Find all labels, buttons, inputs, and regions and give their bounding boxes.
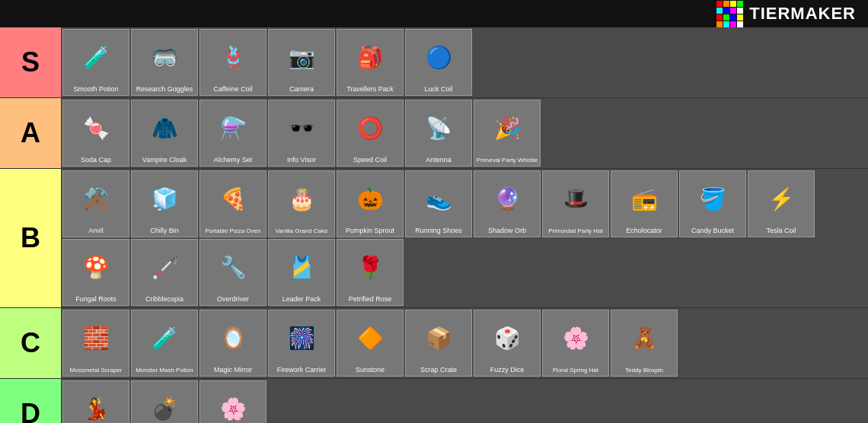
logo-cell-1 <box>723 1 729 7</box>
list-item[interactable]: 🔵Luck Coil <box>405 29 472 96</box>
tiers-container: S🧪Smooth Potion🥽Research Goggles🪢Caffein… <box>0 27 868 423</box>
list-item[interactable]: 🌸Floral Spring Hat <box>542 310 609 377</box>
item-icon: 🧸 <box>611 313 677 362</box>
item-icon: 🎃 <box>337 174 403 223</box>
list-item[interactable]: 📦Scrap Crate <box>405 310 472 377</box>
tier-items-d: 💃Dance Potion💣Boogie Bomb🌸Whoopie Cushio… <box>61 379 868 423</box>
item-icon: 🌹 <box>337 243 403 291</box>
list-item[interactable]: 🔮Shadow Orb <box>474 170 541 237</box>
item-icon: ⚗️ <box>200 103 266 152</box>
list-item[interactable]: 🎃Pumpkin Sprout <box>337 170 404 237</box>
logo: TIERMAKER <box>716 1 856 27</box>
item-icon: 🔵 <box>406 33 471 81</box>
item-label: Mossmetal Scraper <box>63 367 129 374</box>
list-item[interactable]: 🎆Firework Carrier <box>268 310 335 377</box>
item-label: Luck Coil <box>406 86 471 94</box>
item-label: Chilly Bin <box>132 227 197 235</box>
list-item[interactable]: 🎒Travellers Pack <box>337 29 404 96</box>
list-item[interactable]: ⚡Tesla Coil <box>748 170 815 237</box>
item-icon: 🎆 <box>269 313 334 362</box>
item-label: Monster Mash Potion <box>132 367 197 374</box>
list-item[interactable]: 📡Antenna <box>405 100 472 167</box>
list-item[interactable]: 🎽Leader Pack <box>268 239 335 306</box>
tiermaker-app: TIERMAKER S🧪Smooth Potion🥽Research Goggl… <box>0 0 868 423</box>
tier-label-b: B <box>0 169 61 307</box>
item-icon: ⚒️ <box>63 174 129 223</box>
item-label: Overdriver <box>200 296 266 304</box>
list-item[interactable]: ⚗️Alchemy Set <box>199 100 266 167</box>
logo-cell-15 <box>737 21 743 27</box>
item-icon: 🎉 <box>474 103 540 152</box>
list-item[interactable]: 🕶️Info Visor <box>268 100 335 167</box>
list-item[interactable]: 🎉Primeval Party Whistle <box>474 100 541 167</box>
list-item[interactable]: 🔶Sunstone <box>337 310 404 377</box>
item-label: Shadow Orb <box>474 227 540 235</box>
list-item[interactable]: 🔧Overdriver <box>199 239 266 306</box>
item-label: Portable Pizza Oven <box>200 228 266 235</box>
item-icon: 🧪 <box>132 313 197 362</box>
item-label: Info Visor <box>269 157 334 164</box>
logo-cell-11 <box>737 14 743 21</box>
list-item[interactable]: 🧪Smooth Potion <box>62 29 129 96</box>
list-item[interactable]: 🦯Cribblecopia <box>131 239 198 306</box>
item-icon: 🌸 <box>543 313 608 362</box>
list-item[interactable]: 🧪Monster Mash Potion <box>131 310 198 377</box>
list-item[interactable]: 🎲Fuzzy Dice <box>474 310 541 377</box>
list-item[interactable]: ⚒️Anvil <box>62 170 129 237</box>
list-item[interactable]: 🪢Caffeine Coil <box>199 29 266 96</box>
list-item[interactable]: 💣Boogie Bomb <box>131 380 198 423</box>
item-label: Echolocator <box>611 227 677 235</box>
tier-label-d: D <box>0 379 61 423</box>
item-label: Firework Carrier <box>269 367 334 374</box>
item-icon: 🎩 <box>543 174 608 223</box>
list-item[interactable]: 🌸Whoopie Cushion <box>199 380 266 423</box>
item-label: Soda Cap <box>63 157 129 164</box>
item-label: Vanilla Grand Cake <box>269 228 334 235</box>
item-label: Smooth Potion <box>63 86 129 94</box>
item-label: Teddy Bloxpin <box>611 367 677 374</box>
item-label: Primordial Party Hat <box>543 228 608 235</box>
tier-items-s: 🧪Smooth Potion🥽Research Goggles🪢Caffeine… <box>61 27 868 97</box>
tier-label-c: C <box>0 308 61 378</box>
list-item[interactable]: 🍕Portable Pizza Oven <box>199 170 266 237</box>
item-label: Speed Coil <box>337 157 403 164</box>
list-item[interactable]: ⭕Speed Coil <box>337 100 404 167</box>
logo-cell-0 <box>716 1 723 7</box>
item-icon: 🎲 <box>474 313 540 362</box>
list-item[interactable]: 🥽Research Goggles <box>131 29 198 96</box>
item-label: Fuzzy Dice <box>474 367 540 374</box>
list-item[interactable]: 🎂Vanilla Grand Cake <box>268 170 335 237</box>
item-icon: 🪞 <box>200 313 266 362</box>
list-item[interactable]: 🧱Mossmetal Scraper <box>62 310 129 377</box>
list-item[interactable]: 📷Camera <box>268 29 335 96</box>
list-item[interactable]: 👟Running Shoes <box>405 170 472 237</box>
list-item[interactable]: 🍬Soda Cap <box>62 100 129 167</box>
item-icon: 🥽 <box>132 33 197 81</box>
list-item[interactable]: 🪞Magic Mirror <box>199 310 266 377</box>
item-icon: 📦 <box>406 313 471 362</box>
logo-text: TIERMAKER <box>749 4 856 24</box>
list-item[interactable]: 🍄Fungal Roots <box>62 239 129 306</box>
item-icon: 🔮 <box>474 174 540 223</box>
list-item[interactable]: 🧊Chilly Bin <box>131 170 198 237</box>
logo-cell-2 <box>730 1 736 7</box>
item-label: Petrified Rose <box>337 296 403 304</box>
list-item[interactable]: 🧥Vampire Cloak <box>131 100 198 167</box>
item-icon: 🧱 <box>63 313 129 362</box>
item-label: Primeval Party Whistle <box>474 157 540 164</box>
item-label: Vampire Cloak <box>132 157 197 164</box>
tier-row-c: C🧱Mossmetal Scraper🧪Monster Mash Potion🪞… <box>0 308 868 379</box>
item-label: Anvil <box>63 227 129 235</box>
list-item[interactable]: 🌹Petrified Rose <box>337 239 404 306</box>
list-item[interactable]: 🧸Teddy Bloxpin <box>611 310 678 377</box>
tier-row-a: A🍬Soda Cap🧥Vampire Cloak⚗️Alchemy Set🕶️I… <box>0 98 868 169</box>
logo-cell-6 <box>730 8 736 14</box>
list-item[interactable]: 🎩Primordial Party Hat <box>542 170 609 237</box>
logo-cell-4 <box>716 8 723 14</box>
item-icon: 🎽 <box>269 243 334 291</box>
list-item[interactable]: 💃Dance Potion <box>62 380 129 423</box>
logo-cell-7 <box>737 8 743 14</box>
item-label: Tesla Coil <box>748 227 814 235</box>
list-item[interactable]: 📻Echolocator <box>611 170 678 237</box>
list-item[interactable]: 🪣Candy Bucket <box>679 170 746 237</box>
